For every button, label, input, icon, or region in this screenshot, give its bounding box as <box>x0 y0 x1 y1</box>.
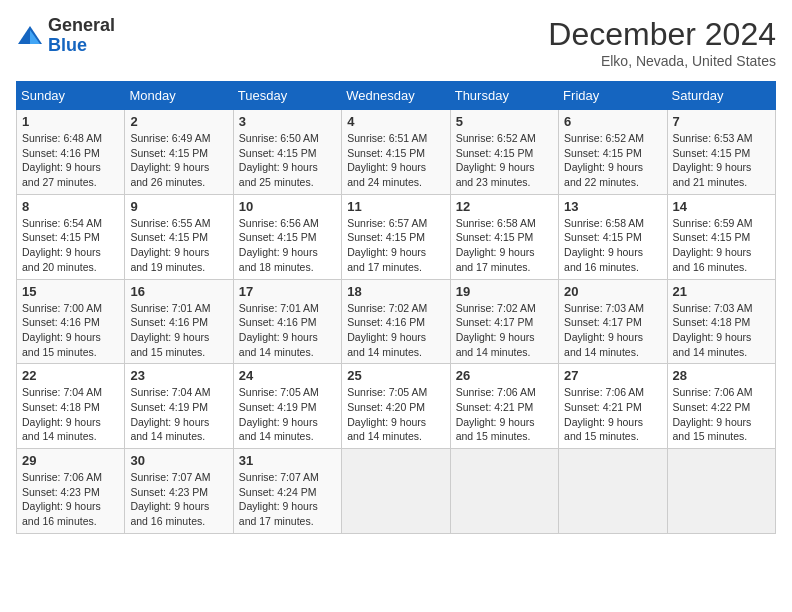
calendar-cell: 13Sunrise: 6:58 AMSunset: 4:15 PMDayligh… <box>559 194 667 279</box>
logo-text: General Blue <box>48 16 115 56</box>
cell-info: Sunrise: 6:58 AMSunset: 4:15 PMDaylight:… <box>456 216 553 275</box>
day-number: 9 <box>130 199 227 214</box>
cell-info: Sunrise: 7:05 AMSunset: 4:19 PMDaylight:… <box>239 385 336 444</box>
calendar-cell: 11Sunrise: 6:57 AMSunset: 4:15 PMDayligh… <box>342 194 450 279</box>
calendar-cell: 21Sunrise: 7:03 AMSunset: 4:18 PMDayligh… <box>667 279 775 364</box>
cell-info: Sunrise: 6:53 AMSunset: 4:15 PMDaylight:… <box>673 131 770 190</box>
calendar-cell: 10Sunrise: 6:56 AMSunset: 4:15 PMDayligh… <box>233 194 341 279</box>
calendar-cell: 6Sunrise: 6:52 AMSunset: 4:15 PMDaylight… <box>559 110 667 195</box>
cell-info: Sunrise: 7:03 AMSunset: 4:17 PMDaylight:… <box>564 301 661 360</box>
day-number: 25 <box>347 368 444 383</box>
calendar-cell: 24Sunrise: 7:05 AMSunset: 4:19 PMDayligh… <box>233 364 341 449</box>
cell-info: Sunrise: 6:54 AMSunset: 4:15 PMDaylight:… <box>22 216 119 275</box>
cell-info: Sunrise: 6:57 AMSunset: 4:15 PMDaylight:… <box>347 216 444 275</box>
cell-info: Sunrise: 7:05 AMSunset: 4:20 PMDaylight:… <box>347 385 444 444</box>
cell-info: Sunrise: 6:49 AMSunset: 4:15 PMDaylight:… <box>130 131 227 190</box>
logo: General Blue <box>16 16 115 56</box>
day-header-thursday: Thursday <box>450 82 558 110</box>
cell-info: Sunrise: 6:52 AMSunset: 4:15 PMDaylight:… <box>456 131 553 190</box>
cell-info: Sunrise: 7:02 AMSunset: 4:16 PMDaylight:… <box>347 301 444 360</box>
calendar-cell <box>667 449 775 534</box>
day-number: 2 <box>130 114 227 129</box>
day-number: 29 <box>22 453 119 468</box>
calendar-cell: 19Sunrise: 7:02 AMSunset: 4:17 PMDayligh… <box>450 279 558 364</box>
day-number: 12 <box>456 199 553 214</box>
day-number: 4 <box>347 114 444 129</box>
day-header-wednesday: Wednesday <box>342 82 450 110</box>
calendar-cell: 18Sunrise: 7:02 AMSunset: 4:16 PMDayligh… <box>342 279 450 364</box>
day-number: 28 <box>673 368 770 383</box>
day-number: 19 <box>456 284 553 299</box>
day-number: 27 <box>564 368 661 383</box>
location: Elko, Nevada, United States <box>548 53 776 69</box>
cell-info: Sunrise: 7:07 AMSunset: 4:23 PMDaylight:… <box>130 470 227 529</box>
week-row-4: 22Sunrise: 7:04 AMSunset: 4:18 PMDayligh… <box>17 364 776 449</box>
logo-icon <box>16 22 44 50</box>
day-number: 23 <box>130 368 227 383</box>
cell-info: Sunrise: 6:58 AMSunset: 4:15 PMDaylight:… <box>564 216 661 275</box>
cell-info: Sunrise: 7:00 AMSunset: 4:16 PMDaylight:… <box>22 301 119 360</box>
week-row-3: 15Sunrise: 7:00 AMSunset: 4:16 PMDayligh… <box>17 279 776 364</box>
calendar-cell: 9Sunrise: 6:55 AMSunset: 4:15 PMDaylight… <box>125 194 233 279</box>
calendar-cell <box>450 449 558 534</box>
calendar-cell: 3Sunrise: 6:50 AMSunset: 4:15 PMDaylight… <box>233 110 341 195</box>
calendar-cell: 17Sunrise: 7:01 AMSunset: 4:16 PMDayligh… <box>233 279 341 364</box>
calendar-cell: 30Sunrise: 7:07 AMSunset: 4:23 PMDayligh… <box>125 449 233 534</box>
day-number: 14 <box>673 199 770 214</box>
header: General Blue December 2024 Elko, Nevada,… <box>16 16 776 69</box>
cell-info: Sunrise: 6:50 AMSunset: 4:15 PMDaylight:… <box>239 131 336 190</box>
calendar-cell: 23Sunrise: 7:04 AMSunset: 4:19 PMDayligh… <box>125 364 233 449</box>
calendar-cell <box>342 449 450 534</box>
cell-info: Sunrise: 7:04 AMSunset: 4:18 PMDaylight:… <box>22 385 119 444</box>
day-number: 17 <box>239 284 336 299</box>
cell-info: Sunrise: 7:01 AMSunset: 4:16 PMDaylight:… <box>130 301 227 360</box>
week-row-5: 29Sunrise: 7:06 AMSunset: 4:23 PMDayligh… <box>17 449 776 534</box>
day-number: 1 <box>22 114 119 129</box>
calendar-cell: 27Sunrise: 7:06 AMSunset: 4:21 PMDayligh… <box>559 364 667 449</box>
calendar-cell: 14Sunrise: 6:59 AMSunset: 4:15 PMDayligh… <box>667 194 775 279</box>
day-number: 8 <box>22 199 119 214</box>
cell-info: Sunrise: 6:56 AMSunset: 4:15 PMDaylight:… <box>239 216 336 275</box>
day-header-friday: Friday <box>559 82 667 110</box>
day-number: 21 <box>673 284 770 299</box>
calendar-cell: 28Sunrise: 7:06 AMSunset: 4:22 PMDayligh… <box>667 364 775 449</box>
calendar-cell: 22Sunrise: 7:04 AMSunset: 4:18 PMDayligh… <box>17 364 125 449</box>
day-number: 18 <box>347 284 444 299</box>
day-number: 15 <box>22 284 119 299</box>
day-number: 5 <box>456 114 553 129</box>
calendar-cell: 29Sunrise: 7:06 AMSunset: 4:23 PMDayligh… <box>17 449 125 534</box>
day-number: 30 <box>130 453 227 468</box>
week-row-2: 8Sunrise: 6:54 AMSunset: 4:15 PMDaylight… <box>17 194 776 279</box>
cell-info: Sunrise: 7:06 AMSunset: 4:22 PMDaylight:… <box>673 385 770 444</box>
cell-info: Sunrise: 7:02 AMSunset: 4:17 PMDaylight:… <box>456 301 553 360</box>
day-number: 10 <box>239 199 336 214</box>
header-row: SundayMondayTuesdayWednesdayThursdayFrid… <box>17 82 776 110</box>
logo-blue: Blue <box>48 35 87 55</box>
cell-info: Sunrise: 6:55 AMSunset: 4:15 PMDaylight:… <box>130 216 227 275</box>
day-number: 7 <box>673 114 770 129</box>
day-header-tuesday: Tuesday <box>233 82 341 110</box>
calendar-cell: 5Sunrise: 6:52 AMSunset: 4:15 PMDaylight… <box>450 110 558 195</box>
day-header-monday: Monday <box>125 82 233 110</box>
cell-info: Sunrise: 7:06 AMSunset: 4:23 PMDaylight:… <box>22 470 119 529</box>
month-title: December 2024 <box>548 16 776 53</box>
cell-info: Sunrise: 7:07 AMSunset: 4:24 PMDaylight:… <box>239 470 336 529</box>
calendar-cell: 2Sunrise: 6:49 AMSunset: 4:15 PMDaylight… <box>125 110 233 195</box>
logo-general: General <box>48 15 115 35</box>
cell-info: Sunrise: 6:59 AMSunset: 4:15 PMDaylight:… <box>673 216 770 275</box>
title-area: December 2024 Elko, Nevada, United State… <box>548 16 776 69</box>
calendar-cell: 25Sunrise: 7:05 AMSunset: 4:20 PMDayligh… <box>342 364 450 449</box>
calendar-cell: 4Sunrise: 6:51 AMSunset: 4:15 PMDaylight… <box>342 110 450 195</box>
cell-info: Sunrise: 6:52 AMSunset: 4:15 PMDaylight:… <box>564 131 661 190</box>
calendar-cell: 12Sunrise: 6:58 AMSunset: 4:15 PMDayligh… <box>450 194 558 279</box>
cell-info: Sunrise: 7:04 AMSunset: 4:19 PMDaylight:… <box>130 385 227 444</box>
day-number: 6 <box>564 114 661 129</box>
day-header-saturday: Saturday <box>667 82 775 110</box>
calendar-cell: 7Sunrise: 6:53 AMSunset: 4:15 PMDaylight… <box>667 110 775 195</box>
day-number: 31 <box>239 453 336 468</box>
calendar-cell: 8Sunrise: 6:54 AMSunset: 4:15 PMDaylight… <box>17 194 125 279</box>
cell-info: Sunrise: 7:06 AMSunset: 4:21 PMDaylight:… <box>456 385 553 444</box>
day-number: 3 <box>239 114 336 129</box>
cell-info: Sunrise: 6:48 AMSunset: 4:16 PMDaylight:… <box>22 131 119 190</box>
calendar-cell: 1Sunrise: 6:48 AMSunset: 4:16 PMDaylight… <box>17 110 125 195</box>
